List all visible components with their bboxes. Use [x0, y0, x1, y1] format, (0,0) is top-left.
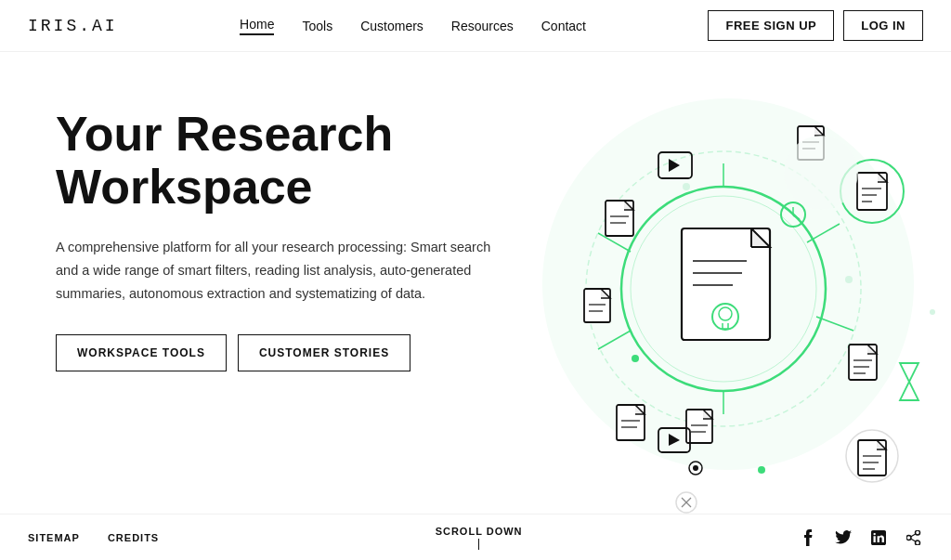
nav-contact[interactable]: Contact	[541, 19, 586, 33]
svg-point-70	[916, 530, 920, 535]
svg-point-71	[916, 540, 920, 545]
footer-bar: SITEMAP CREDITS SCROLL DOWN	[0, 514, 951, 560]
workspace-tools-button[interactable]: WORKSPACE TOOLS	[56, 334, 227, 371]
footer-center: SCROLL DOWN	[159, 526, 799, 550]
facebook-icon[interactable]	[799, 528, 817, 547]
nav-buttons: FREE SIGN UP LOG IN	[708, 10, 923, 41]
credits-link[interactable]: CREDITS	[108, 532, 159, 543]
hero-description: A comprehensive platform for all your re…	[56, 236, 502, 305]
nav-home[interactable]: Home	[240, 17, 274, 35]
linkedin-icon[interactable]	[869, 528, 888, 547]
hero-illustration	[487, 43, 951, 516]
svg-line-74	[911, 539, 916, 541]
nav-links: Home Tools Customers Resources Contact	[240, 17, 586, 35]
svg-point-65	[632, 355, 639, 362]
scroll-down-label: SCROLL DOWN	[436, 526, 523, 537]
svg-marker-56	[900, 363, 918, 400]
logo: IRIS.AI	[28, 17, 118, 35]
hero-section: Your Research Workspace A comprehensive …	[0, 52, 951, 514]
svg-point-68	[930, 309, 935, 315]
footer-social	[799, 528, 923, 547]
share-icon[interactable]	[905, 528, 923, 547]
svg-point-64	[758, 466, 765, 474]
hero-buttons: WORKSPACE TOOLS CUSTOMER STORIES	[56, 334, 502, 371]
twitter-icon[interactable]	[834, 528, 853, 547]
nav-resources[interactable]: Resources	[451, 19, 514, 33]
nav-tools[interactable]: Tools	[302, 19, 332, 33]
login-button[interactable]: LOG IN	[843, 10, 923, 41]
customer-stories-button[interactable]: CUSTOMER STORIES	[238, 334, 410, 371]
sitemap-link[interactable]: SITEMAP	[28, 532, 80, 543]
svg-point-60	[693, 465, 698, 471]
svg-point-66	[845, 276, 853, 283]
hero-title: Your Research Workspace	[56, 108, 502, 214]
svg-point-67	[683, 183, 690, 190]
footer-left: SITEMAP CREDITS	[28, 532, 159, 543]
svg-line-73	[911, 533, 916, 536]
nav-customers[interactable]: Customers	[360, 19, 423, 33]
svg-point-69	[784, 136, 858, 210]
hero-content: Your Research Workspace A comprehensive …	[56, 108, 502, 514]
scroll-line	[478, 539, 479, 550]
free-signup-button[interactable]: FREE SIGN UP	[708, 10, 834, 41]
svg-point-72	[906, 535, 911, 540]
